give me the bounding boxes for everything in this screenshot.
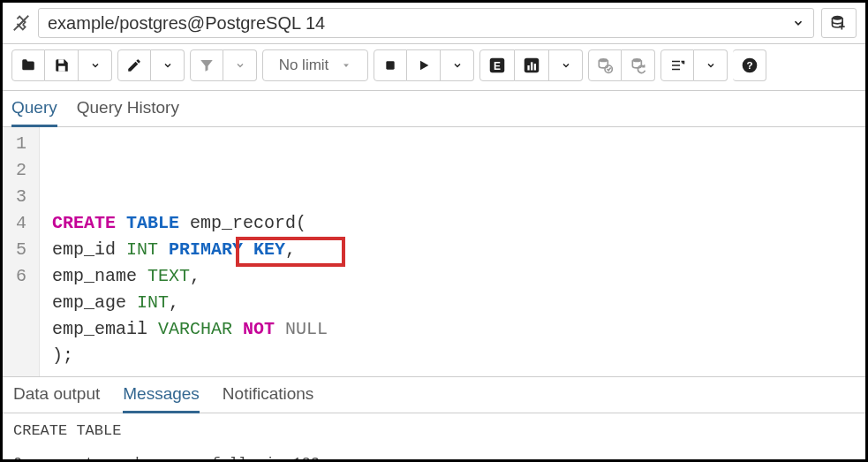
save-file-button[interactable] bbox=[45, 49, 79, 81]
messages-panel: CREATE TABLE Query returned successfully… bbox=[3, 413, 865, 462]
svg-rect-4 bbox=[58, 59, 64, 64]
commit-button[interactable] bbox=[588, 49, 622, 81]
svg-point-15 bbox=[599, 58, 608, 62]
svg-rect-12 bbox=[527, 65, 529, 71]
execute-button[interactable] bbox=[407, 49, 441, 81]
connection-bar: example/postgres@PostgreSQL 14 bbox=[3, 3, 865, 44]
svg-rect-7 bbox=[386, 61, 394, 69]
message-line: Query returned successfully in 123 msec. bbox=[13, 455, 855, 462]
macros-button[interactable] bbox=[660, 49, 694, 81]
explain-analyze-button[interactable] bbox=[515, 49, 549, 81]
svg-rect-5 bbox=[58, 66, 65, 72]
svg-marker-6 bbox=[343, 64, 349, 68]
svg-marker-8 bbox=[420, 61, 428, 71]
tab-query[interactable]: Query bbox=[11, 96, 57, 127]
svg-rect-14 bbox=[534, 64, 536, 70]
tab-notifications[interactable]: Notifications bbox=[223, 382, 314, 413]
connection-status-icon bbox=[11, 13, 31, 33]
edit-dropdown[interactable] bbox=[151, 49, 185, 81]
tab-query-history[interactable]: Query History bbox=[77, 96, 179, 126]
editor-code[interactable]: CREATE TABLE emp_record(emp_id INT PRIMA… bbox=[40, 127, 328, 376]
chevron-down-icon bbox=[792, 17, 804, 29]
macros-dropdown[interactable] bbox=[694, 49, 728, 81]
output-tab-bar: Data output Messages Notifications bbox=[3, 376, 865, 413]
open-file-button[interactable] bbox=[11, 49, 45, 81]
edit-button[interactable] bbox=[117, 49, 151, 81]
rollback-button[interactable] bbox=[622, 49, 655, 81]
filter-button[interactable] bbox=[190, 49, 223, 81]
explain-button[interactable]: E bbox=[479, 49, 515, 81]
stop-button[interactable] bbox=[374, 49, 407, 81]
sql-editor[interactable]: 123456 CREATE TABLE emp_record(emp_id IN… bbox=[3, 127, 865, 376]
svg-rect-13 bbox=[531, 62, 532, 70]
connection-select[interactable]: example/postgres@PostgreSQL 14 bbox=[38, 8, 814, 38]
svg-point-17 bbox=[632, 58, 641, 62]
help-button[interactable]: ? bbox=[733, 49, 766, 81]
save-dropdown[interactable] bbox=[79, 49, 112, 81]
new-connection-button[interactable] bbox=[821, 8, 857, 38]
svg-rect-3 bbox=[839, 26, 845, 27]
toolbar: No limit E ? bbox=[3, 44, 865, 91]
row-limit-select[interactable]: No limit bbox=[262, 49, 368, 81]
row-limit-label: No limit bbox=[279, 57, 329, 74]
execute-dropdown[interactable] bbox=[441, 49, 474, 81]
connection-label: example/postgres@PostgreSQL 14 bbox=[48, 13, 325, 34]
tab-messages[interactable]: Messages bbox=[123, 382, 200, 413]
explain-dropdown[interactable] bbox=[549, 49, 583, 81]
filter-dropdown[interactable] bbox=[223, 49, 257, 81]
svg-point-16 bbox=[605, 65, 612, 72]
query-tab-bar: Query Query History bbox=[3, 91, 865, 127]
svg-point-1 bbox=[833, 16, 843, 20]
message-line: CREATE TABLE bbox=[13, 422, 855, 439]
svg-text:E: E bbox=[494, 60, 501, 72]
editor-gutter: 123456 bbox=[3, 127, 40, 376]
svg-text:?: ? bbox=[746, 59, 752, 71]
tab-data-output[interactable]: Data output bbox=[13, 382, 100, 413]
